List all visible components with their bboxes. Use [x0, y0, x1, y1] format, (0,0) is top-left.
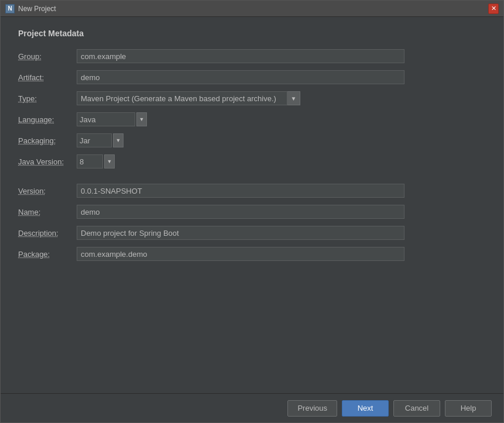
packaging-row: Packaging: Jar War ▼ — [18, 133, 486, 148]
type-dropdown-wrapper: Maven Project (Generate a Maven based pr… — [77, 91, 300, 105]
java-version-dropdown-wrapper: 8 11 17 ▼ — [77, 154, 115, 168]
section-title: Project Metadata — [18, 29, 486, 38]
packaging-select[interactable]: Jar War — [77, 133, 112, 147]
java-version-row: Java Version: 8 11 17 ▼ — [18, 154, 486, 169]
previous-button[interactable]: Previous — [287, 400, 337, 417]
java-version-dropdown-arrow[interactable]: ▼ — [104, 154, 115, 168]
packaging-dropdown-wrapper: Jar War ▼ — [77, 133, 124, 147]
description-row: Description: — [18, 225, 486, 240]
group-row: Group: — [18, 49, 486, 64]
help-button[interactable]: Help — [445, 400, 492, 417]
type-row: Type: Maven Project (Generate a Maven ba… — [18, 91, 486, 106]
language-dropdown-wrapper: Java Kotlin Groovy ▼ — [77, 112, 147, 126]
type-select[interactable]: Maven Project (Generate a Maven based pr… — [77, 91, 287, 105]
group-label: Group: — [18, 52, 77, 61]
language-row: Language: Java Kotlin Groovy ▼ — [18, 112, 486, 127]
window-title: New Project — [18, 5, 485, 13]
dialog-content: Project Metadata Group: Artifact: Type: — [1, 17, 503, 393]
package-row: Package: — [18, 246, 486, 262]
window-icon: N — [5, 4, 15, 13]
description-input[interactable] — [77, 226, 404, 240]
language-select[interactable]: Java Kotlin Groovy — [77, 112, 135, 126]
bottom-bar: Previous Next Cancel Help — [1, 393, 503, 422]
next-button[interactable]: Next — [342, 400, 389, 417]
version-row: Version: — [18, 183, 486, 198]
package-input[interactable] — [77, 247, 404, 261]
language-label: Language: — [18, 115, 77, 124]
type-dropdown-arrow[interactable]: ▼ — [287, 91, 300, 105]
artifact-input[interactable] — [77, 70, 404, 84]
language-dropdown-arrow[interactable]: ▼ — [136, 112, 147, 126]
package-label: Package: — [18, 250, 77, 259]
name-input[interactable] — [77, 205, 404, 219]
close-button[interactable]: ✕ — [488, 4, 499, 14]
version-input[interactable] — [77, 184, 404, 198]
group-input[interactable] — [77, 49, 404, 63]
new-project-window: N New Project ✕ Project Metadata Group: … — [0, 0, 504, 423]
java-version-select[interactable]: 8 11 17 — [77, 154, 103, 168]
artifact-row: Artifact: — [18, 70, 486, 85]
description-label: Description: — [18, 229, 77, 238]
type-label: Type: — [18, 94, 77, 103]
cancel-button[interactable]: Cancel — [393, 400, 440, 417]
version-label: Version: — [18, 187, 77, 195]
packaging-label: Packaging: — [18, 136, 77, 145]
java-version-label: Java Version: — [18, 157, 77, 166]
artifact-label: Artifact: — [18, 73, 77, 82]
packaging-dropdown-arrow[interactable]: ▼ — [113, 133, 124, 147]
title-bar: N New Project ✕ — [1, 1, 503, 17]
name-row: Name: — [18, 204, 486, 219]
name-label: Name: — [18, 208, 77, 216]
form-area: Group: Artifact: Type: Maven Project (Ge… — [18, 49, 486, 381]
